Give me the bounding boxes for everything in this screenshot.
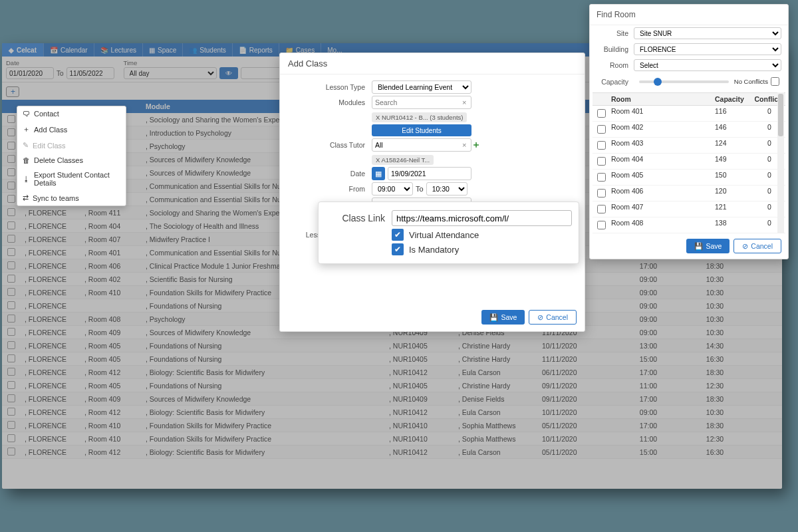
table-row[interactable]: , FLORENCE, Room 405, Foundations of Nur…	[2, 379, 782, 392]
modal-cancel-button[interactable]: ⊘Cancel	[529, 310, 577, 325]
class-link-input[interactable]	[392, 210, 572, 226]
modal-title: Add Class	[280, 53, 585, 74]
tutor-chip[interactable]: X A158246-Neil T...	[372, 155, 434, 165]
nav-lectures[interactable]: 📚Lectures	[94, 43, 142, 57]
row-checkbox[interactable]	[7, 328, 15, 336]
room-checkbox[interactable]	[597, 189, 606, 198]
nav-reports[interactable]: 📄Reports	[232, 43, 279, 57]
edit-students-button[interactable]: Edit Students	[372, 124, 471, 136]
row-checkbox[interactable]	[7, 142, 15, 150]
nav-space[interactable]: ▦Space	[142, 43, 182, 57]
row-checkbox[interactable]	[7, 168, 15, 176]
brand[interactable]: ◆Celcat	[2, 43, 43, 57]
ctx-add-class[interactable]: ＋Add Class	[17, 121, 126, 138]
date-to-input[interactable]	[66, 67, 114, 79]
add-row-button[interactable]: +	[6, 86, 19, 97]
row-checkbox[interactable]	[7, 195, 15, 203]
row-checkbox[interactable]	[7, 288, 15, 296]
date-from-input[interactable]	[6, 67, 54, 79]
room-row[interactable]: Room 4071210	[593, 201, 785, 217]
row-checkbox[interactable]	[7, 381, 15, 389]
lesson-type-select[interactable]: Blended Learning Event	[372, 80, 471, 94]
row-checkbox[interactable]	[7, 221, 15, 229]
time-select[interactable]: All day	[124, 67, 217, 79]
room-row[interactable]: Room 4051500	[593, 170, 785, 186]
table-row[interactable]: , FLORENCE, Room 410, Foundation Skills …	[2, 432, 782, 446]
fr-building-select[interactable]: FLORENCE	[634, 43, 781, 55]
fr-cancel-button[interactable]: ⊘Cancel	[733, 239, 781, 253]
room-row[interactable]: Room 4081380	[593, 217, 785, 233]
room-row[interactable]: Room 4011160	[593, 106, 785, 122]
modules-search[interactable]	[372, 96, 471, 109]
room-checkbox[interactable]	[597, 125, 606, 134]
row-checkbox[interactable]	[7, 301, 15, 309]
room-checkbox[interactable]	[597, 157, 606, 166]
room-row[interactable]: Room 4061200	[593, 186, 785, 201]
table-row[interactable]: , FLORENCE, Room 405, Foundations of Nur…	[2, 352, 782, 366]
ctx-contact[interactable]: 🗨Contact	[17, 106, 126, 121]
module-chip[interactable]: X NUR10412 - B... (3 students)	[372, 112, 467, 122]
table-row[interactable]: , FLORENCE, Room 412, Biology: Scientifi…	[2, 366, 782, 379]
row-checkbox[interactable]	[7, 434, 15, 442]
table-row[interactable]: , FLORENCE, Room 409, Sources of Midwife…	[2, 392, 782, 406]
room-row[interactable]: Room 4031240	[593, 138, 785, 154]
ctx-export[interactable]: ⭳Export Student Contact Details	[17, 168, 126, 190]
tutor-input[interactable]	[372, 138, 471, 152]
room-row[interactable]: Room 4021460	[593, 122, 785, 138]
fr-save-button[interactable]: 💾Save	[686, 239, 730, 253]
virtual-attendance-checkbox[interactable]: ✔	[392, 229, 404, 241]
row-checkbox[interactable]	[7, 421, 15, 429]
date-input[interactable]	[388, 167, 471, 180]
room-row[interactable]: Room 4041490	[593, 154, 785, 170]
fr-col-room[interactable]: Room	[610, 95, 715, 103]
row-checkbox[interactable]	[7, 248, 15, 256]
mandatory-checkbox[interactable]: ✔	[392, 243, 404, 255]
room-checkbox[interactable]	[597, 221, 606, 229]
speech-icon: 🗨	[23, 110, 30, 118]
date-label: Date	[6, 59, 114, 66]
room-checkbox[interactable]	[597, 205, 606, 213]
clear-icon[interactable]: ×	[462, 98, 466, 106]
row-checkbox[interactable]	[7, 208, 15, 216]
row-checkbox[interactable]	[7, 182, 15, 190]
row-checkbox[interactable]	[7, 115, 15, 123]
table-row[interactable]: , FLORENCE, Room 405, Foundations of Nur…	[2, 339, 782, 352]
row-checkbox[interactable]	[7, 341, 15, 349]
fr-col-capacity[interactable]: Capacity	[715, 95, 753, 103]
fr-site-select[interactable]: Site SNUR	[634, 27, 781, 39]
add-tutor-icon[interactable]: ＋	[471, 139, 481, 151]
table-row[interactable]: , FLORENCE, Room 412, Biology: Scientifi…	[2, 446, 782, 459]
row-checkbox[interactable]	[7, 235, 15, 243]
noconflicts-checkbox[interactable]	[771, 77, 779, 86]
row-checkbox[interactable]	[7, 128, 15, 136]
fr-room-select[interactable]: Select	[634, 59, 781, 71]
ctx-sync[interactable]: ⇄Sync to teams	[17, 190, 126, 205]
row-checkbox[interactable]	[7, 408, 15, 416]
calendar-icon[interactable]: ▦	[372, 167, 385, 180]
to-time[interactable]: 10:30	[426, 182, 467, 196]
modal-save-button[interactable]: 💾Save	[481, 310, 525, 325]
room-checkbox[interactable]	[597, 141, 606, 150]
room-checkbox[interactable]	[597, 109, 606, 118]
table-row[interactable]: , FLORENCE, Room 412, Biology: Scientifi…	[2, 406, 782, 419]
row-checkbox[interactable]	[7, 448, 15, 456]
row-checkbox[interactable]	[7, 275, 15, 283]
row-checkbox[interactable]	[7, 155, 15, 163]
from-time[interactable]: 09:00	[372, 182, 413, 196]
sync-icon: ⇄	[23, 194, 29, 202]
room-checkbox[interactable]	[597, 173, 606, 182]
download-icon: ⭳	[23, 175, 30, 183]
nav-calendar[interactable]: 📅Calendar	[43, 43, 94, 57]
capacity-slider[interactable]	[639, 80, 729, 83]
nav-students[interactable]: 👥Students	[182, 43, 231, 57]
row-checkbox[interactable]	[7, 394, 15, 402]
scrollbar[interactable]	[777, 92, 784, 233]
table-row[interactable]: , FLORENCE, Room 410, Foundation Skills …	[2, 419, 782, 432]
ctx-delete-classes[interactable]: 🗑Delete Classes	[17, 153, 126, 168]
row-checkbox[interactable]	[7, 354, 15, 362]
search-icon-button[interactable]: 👁	[219, 67, 238, 79]
row-checkbox[interactable]	[7, 368, 15, 376]
row-checkbox[interactable]	[7, 261, 15, 269]
clear-icon[interactable]: ×	[462, 141, 466, 149]
row-checkbox[interactable]	[7, 315, 15, 323]
